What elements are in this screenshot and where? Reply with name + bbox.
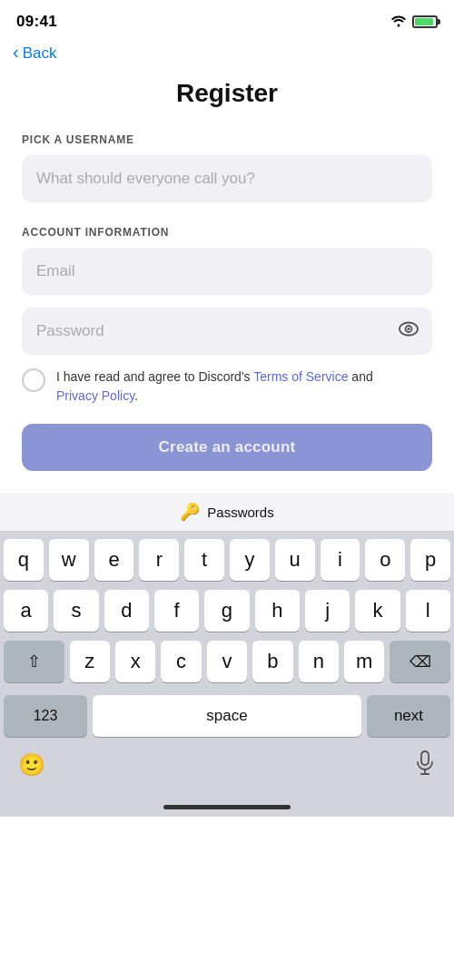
keyboard-area: 🔑 Passwords q w e r t y u i o p a s d f … <box>0 493 454 817</box>
nav-bar: ‹ Back <box>0 40 454 70</box>
key-y[interactable]: y <box>230 539 270 581</box>
key-j[interactable]: j <box>305 590 350 632</box>
keyboard-rows: q w e r t y u i o p a s d f g h j k l ⇧ … <box>0 532 454 695</box>
password-wrapper <box>22 308 432 355</box>
key-icon: 🔑 <box>180 502 200 522</box>
key-u[interactable]: u <box>275 539 315 581</box>
key-m[interactable]: m <box>344 641 384 682</box>
username-input[interactable] <box>22 155 432 202</box>
key-d[interactable]: d <box>104 590 149 632</box>
key-f[interactable]: f <box>154 590 199 632</box>
create-account-button[interactable]: Create an account <box>22 424 432 471</box>
page-title: Register <box>22 79 432 108</box>
delete-key[interactable]: ⌫ <box>390 641 450 682</box>
key-l[interactable]: l <box>406 590 450 632</box>
terms-text: I have read and agree to Discord's Terms… <box>56 368 373 406</box>
key-h[interactable]: h <box>255 590 300 632</box>
key-v[interactable]: v <box>207 641 247 682</box>
key-r[interactable]: r <box>139 539 179 581</box>
home-indicator <box>0 786 454 817</box>
status-time: 09:41 <box>16 13 57 31</box>
terms-of-service-link[interactable]: Terms of Service <box>253 369 348 384</box>
passwords-label: Passwords <box>207 505 273 520</box>
key-p[interactable]: p <box>410 539 450 581</box>
status-bar: 09:41 <box>0 0 454 40</box>
next-key[interactable]: next <box>367 695 450 737</box>
back-button[interactable]: ‹ Back <box>13 44 56 63</box>
key-k[interactable]: k <box>355 590 400 632</box>
keyboard-row-2: a s d f g h j k l <box>4 590 450 632</box>
passwords-bar[interactable]: 🔑 Passwords <box>0 493 454 532</box>
key-t[interactable]: t <box>184 539 224 581</box>
numbers-key[interactable]: 123 <box>4 695 87 737</box>
shift-key[interactable]: ⇧ <box>4 641 64 682</box>
key-s[interactable]: s <box>54 590 98 632</box>
email-input[interactable] <box>22 248 432 295</box>
status-icons <box>390 15 438 30</box>
key-c[interactable]: c <box>161 641 201 682</box>
microphone-button[interactable] <box>414 750 436 780</box>
keyboard-extras: 🙂 <box>0 740 454 786</box>
key-w[interactable]: w <box>49 539 89 581</box>
show-password-icon[interactable] <box>398 321 419 342</box>
wifi-icon <box>390 15 407 30</box>
key-a[interactable]: a <box>4 590 48 632</box>
key-o[interactable]: o <box>365 539 405 581</box>
keyboard-bottom-row: 123 space next <box>0 695 454 740</box>
key-q[interactable]: q <box>4 539 44 581</box>
password-input[interactable] <box>22 308 432 355</box>
space-key[interactable]: space <box>93 695 361 737</box>
privacy-policy-link[interactable]: Privacy Policy <box>56 388 134 403</box>
chevron-left-icon: ‹ <box>13 42 19 63</box>
keyboard-row-3: ⇧ z x c v b n m ⌫ <box>4 641 450 682</box>
username-section-label: PICK A USERNAME <box>22 133 432 146</box>
svg-rect-3 <box>421 751 429 765</box>
key-b[interactable]: b <box>252 641 292 682</box>
key-x[interactable]: x <box>115 641 155 682</box>
back-label: Back <box>23 44 57 63</box>
key-g[interactable]: g <box>204 590 249 632</box>
keyboard-row-1: q w e r t y u i o p <box>4 539 450 581</box>
emoji-button[interactable]: 🙂 <box>18 752 45 778</box>
key-z[interactable]: z <box>70 641 110 682</box>
key-n[interactable]: n <box>299 641 339 682</box>
home-bar <box>163 805 291 809</box>
svg-point-2 <box>408 328 410 330</box>
account-section-label: ACCOUNT INFORMATION <box>22 226 432 239</box>
terms-row: I have read and agree to Discord's Terms… <box>22 368 432 406</box>
form-area: Register PICK A USERNAME ACCOUNT INFORMA… <box>0 70 454 485</box>
terms-checkbox[interactable] <box>22 368 45 392</box>
key-i[interactable]: i <box>321 539 360 581</box>
key-e[interactable]: e <box>94 539 134 581</box>
battery-icon <box>412 15 438 28</box>
